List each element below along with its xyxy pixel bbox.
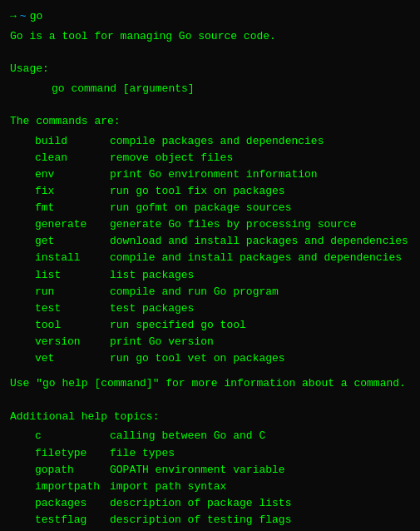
topic-name: testflag: [35, 512, 110, 529]
cmd-name: list: [35, 267, 110, 284]
cmd-desc: print Go version: [110, 334, 214, 350]
commands-header: The commands are:: [10, 113, 410, 130]
table-row: importpathimport path syntax: [35, 479, 410, 495]
cmd-desc: compile packages and dependencies: [110, 133, 324, 150]
table-row: generategenerate Go files by processing …: [35, 216, 410, 233]
table-row: testflagdescription of testing flags: [35, 512, 410, 529]
cmd-name: build: [35, 133, 110, 150]
cmd-desc: print Go environment information: [110, 166, 318, 183]
cmd-name: vet: [35, 350, 110, 367]
cmd-name: tool: [35, 317, 110, 334]
cmd-name: fix: [35, 183, 110, 200]
cmd-name: fmt: [35, 200, 110, 216]
commands-table: buildcompile packages and dependenciescl…: [35, 133, 410, 368]
table-row: ccalling between Go and C: [35, 428, 410, 444]
topic-name: packages: [35, 495, 110, 512]
cmd-name: get: [35, 233, 110, 250]
table-row: buildcompile packages and dependencies: [35, 133, 410, 150]
cmd-desc: test packages: [110, 300, 194, 317]
cmd-name: run: [35, 284, 110, 300]
cmd-desc: generate Go files by processing source: [110, 216, 356, 233]
table-row: listlist packages: [35, 267, 410, 284]
cmd-desc: download and install packages and depend…: [110, 233, 408, 250]
table-row: installcompile and install packages and …: [35, 250, 410, 266]
cmd-name: clean: [35, 150, 110, 166]
table-row: gopathGOPATH environment variable: [35, 462, 410, 479]
cmd-desc: run gofmt on package sources: [110, 200, 291, 216]
cmd-name: install: [35, 250, 110, 266]
cmd-name: env: [35, 166, 110, 183]
arrow-icon: →: [10, 8, 17, 25]
table-row: runcompile and run Go program: [35, 284, 410, 300]
cmd-desc: compile and install packages and depende…: [110, 250, 402, 266]
cmd-desc: remove object files: [110, 150, 233, 166]
table-row: toolrun specified go tool: [35, 317, 410, 334]
table-row: versionprint Go version: [35, 334, 410, 350]
topic-name: filetype: [35, 445, 110, 462]
topic-desc: file types: [110, 445, 175, 462]
topic-desc: description of package lists: [110, 495, 291, 512]
tilde: ~: [20, 8, 27, 25]
table-row: vetrun go tool vet on packages: [35, 350, 410, 367]
additional-header: Additional help topics:: [10, 409, 410, 425]
usage-command: go command [arguments]: [52, 81, 410, 97]
table-row: filetypefile types: [35, 445, 410, 462]
cmd-desc: run go tool fix on packages: [110, 183, 285, 200]
topic-desc: import path syntax: [110, 479, 226, 495]
table-row: cleanremove object files: [35, 150, 410, 166]
help-command-text: Use "go help [command]" for more informa…: [10, 375, 410, 392]
topic-desc: GOPATH environment variable: [110, 462, 285, 479]
table-row: testtest packages: [35, 300, 410, 317]
table-row: packagesdescription of package lists: [35, 495, 410, 512]
table-row: fixrun go tool fix on packages: [35, 183, 410, 200]
prompt-command: go: [30, 8, 43, 25]
table-row: getdownload and install packages and dep…: [35, 233, 410, 250]
terminal-window: → ~ go Go is a tool for managing Go sour…: [10, 8, 410, 531]
usage-label: Usage:: [10, 61, 410, 77]
cmd-desc: list packages: [110, 267, 194, 284]
cmd-name: test: [35, 300, 110, 317]
table-row: envprint Go environment information: [35, 166, 410, 183]
topic-name: importpath: [35, 479, 110, 495]
topic-desc: description of testing flags: [110, 512, 291, 529]
table-row: fmtrun gofmt on package sources: [35, 200, 410, 216]
topic-desc: calling between Go and C: [110, 428, 265, 444]
cmd-desc: run go tool vet on packages: [110, 350, 285, 367]
topic-name: gopath: [35, 462, 110, 479]
prompt-line: → ~ go: [10, 8, 410, 25]
cmd-name: generate: [35, 216, 110, 233]
cmd-desc: run specified go tool: [110, 317, 246, 334]
cmd-name: version: [35, 334, 110, 350]
cmd-desc: compile and run Go program: [110, 284, 279, 300]
topics-table: ccalling between Go and Cfiletypefile ty…: [35, 428, 410, 531]
topic-name: c: [35, 428, 110, 444]
intro-text: Go is a tool for managing Go source code…: [10, 28, 410, 45]
